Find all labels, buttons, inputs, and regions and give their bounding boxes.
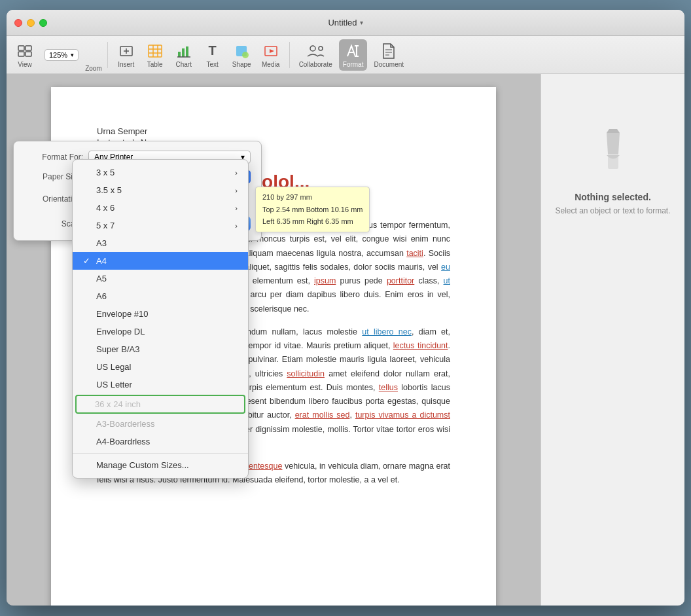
paper-size-tooltip: 210 by 297 mm Top 2.54 mm Bottom 10.16 m…	[255, 187, 370, 232]
media-icon	[262, 42, 280, 60]
dropdown-label-3x5: 3 x 5	[96, 168, 115, 177]
arrow-3x5: ›	[235, 169, 238, 177]
chart-button[interactable]: Chart	[171, 41, 197, 69]
paper-size-dropdown[interactable]: 3 x 5 › 3.5 x 5 › 4 x 6 › 5 x 7 ›	[72, 159, 249, 479]
dropdown-item-4x6[interactable]: 4 x 6 ›	[73, 199, 248, 217]
tooltip-line3: Left 6.35 mm Right 6.35 mm	[262, 215, 363, 228]
dropdown-label-usletter: US Letter	[96, 380, 132, 390]
dropdown-label-a3-boarderless: A3-Boarderless	[96, 419, 155, 429]
dropdown-item-3x5[interactable]: 3 x 5 ›	[73, 164, 248, 181]
svg-point-21	[319, 46, 323, 50]
zoom-arrow-icon: ▾	[71, 52, 74, 58]
svg-rect-0	[18, 46, 24, 50]
dropdown-item-36x24[interactable]: 36 x 24 inch	[75, 395, 245, 414]
dropdown-item-a4[interactable]: ✓ A4	[73, 252, 248, 270]
table-button[interactable]: Table	[142, 41, 168, 69]
dropdown-label-4x6: 4 x 6	[96, 203, 115, 213]
arrow-35x5: ›	[235, 187, 238, 194]
insert-button[interactable]: Insert	[113, 41, 139, 69]
dropdown-item-manage[interactable]: Manage Custom Sizes...	[73, 456, 248, 474]
tooltip-line2: Top 2.54 mm Bottom 10.16 mm	[262, 204, 363, 216]
dropdown-item-superbA3[interactable]: Super B/A3	[73, 340, 248, 358]
doc-area[interactable]: Urna Semper Instructor's Name 2 November…	[7, 74, 540, 606]
checkmark-a4: ✓	[83, 256, 94, 266]
dropdown-item-a5[interactable]: A5	[73, 270, 248, 287]
collaborate-icon	[306, 42, 325, 60]
shape-button[interactable]: Shape	[228, 41, 255, 69]
format-label: Format	[343, 61, 364, 68]
svg-rect-7	[149, 45, 162, 57]
dropdown-item-a4-boardrless[interactable]: A4-Boardrless	[73, 433, 248, 450]
main-area: Urna Semper Instructor's Name 2 November…	[7, 74, 684, 606]
insert-icon	[117, 42, 135, 60]
dropdown-item-uslegal[interactable]: US Legal	[73, 358, 248, 376]
dropdown-label-a4-boardrless: A4-Boardrless	[96, 437, 150, 446]
svg-rect-13	[182, 48, 185, 57]
chart-icon	[175, 42, 193, 60]
table-icon	[146, 42, 164, 60]
zoom-label: Zoom	[85, 65, 102, 73]
dropdown-item-35x5[interactable]: 3.5 x 5 ›	[73, 181, 248, 199]
insert-label: Insert	[118, 61, 134, 68]
shape-icon	[232, 42, 251, 60]
close-button[interactable]	[14, 19, 22, 27]
dropdown-item-usletter[interactable]: US Letter	[73, 376, 248, 393]
text-icon: T	[204, 42, 222, 60]
document-button[interactable]: Document	[370, 41, 408, 69]
title-dropdown-arrow: ▾	[360, 19, 363, 26]
view-button[interactable]: View	[12, 41, 38, 69]
media-button[interactable]: Media	[258, 41, 284, 69]
dropdown-label-35x5: 3.5 x 5	[96, 185, 122, 195]
chart-label: Chart	[175, 61, 191, 68]
svg-rect-31	[608, 153, 618, 169]
svg-rect-2	[18, 52, 24, 56]
maximize-button[interactable]	[39, 19, 47, 27]
dropdown-item-5x7[interactable]: 5 x 7 ›	[73, 217, 248, 234]
text-label: Text	[207, 61, 219, 68]
paint-brush-icon	[594, 126, 633, 181]
minimize-button[interactable]	[27, 19, 35, 27]
document-icon	[380, 42, 398, 60]
view-icon	[16, 42, 34, 60]
dropdown-label-manage: Manage Custom Sizes...	[96, 460, 189, 470]
title-label: Untitled	[328, 18, 357, 27]
dropdown-divider	[73, 453, 248, 454]
dropdown-label-superbA3: Super B/A3	[96, 344, 140, 354]
separator-1	[107, 42, 108, 68]
right-panel-title: Nothing selected.	[575, 192, 651, 202]
view-label: View	[18, 61, 32, 68]
toolbar: View 125% ▾ Zoom Insert	[7, 36, 684, 74]
format-button[interactable]: Format	[339, 39, 368, 71]
text-button[interactable]: T Text	[200, 41, 226, 69]
dropdown-item-env10[interactable]: Envelope #10	[73, 305, 248, 323]
main-window: Untitled ▾ View 125% ▾ Zoom	[7, 10, 684, 606]
svg-rect-14	[186, 46, 188, 57]
dropdown-item-a6[interactable]: A6	[73, 287, 248, 305]
right-panel: Nothing selected. Select an object or te…	[540, 74, 684, 606]
dropdown-item-a3[interactable]: A3	[73, 234, 248, 252]
svg-rect-12	[178, 52, 181, 57]
format-icon	[344, 42, 363, 60]
svg-point-20	[310, 46, 315, 51]
window-title[interactable]: Untitled ▾	[328, 18, 363, 27]
doc-author: Urna Semper	[97, 126, 450, 136]
svg-rect-3	[26, 52, 31, 56]
zoom-dropdown[interactable]: 125% ▾	[44, 49, 79, 61]
dropdown-label-a6: A6	[96, 291, 107, 301]
arrow-5x7: ›	[235, 222, 238, 230]
traffic-lights	[14, 19, 47, 27]
dropdown-label-36x24: 36 x 24 inch	[95, 399, 141, 409]
zoom-control[interactable]: 125% ▾	[41, 48, 82, 62]
media-label: Media	[262, 61, 279, 68]
titlebar: Untitled ▾	[7, 10, 684, 36]
dropdown-label-envdl: Envelope DL	[96, 327, 145, 336]
dropdown-item-a3-boarderless[interactable]: A3-Boarderless	[73, 415, 248, 433]
document-label: Document	[374, 61, 404, 68]
dropdown-item-envdl[interactable]: Envelope DL	[73, 323, 248, 340]
collaborate-button[interactable]: Collaborate	[295, 41, 336, 69]
svg-rect-1	[26, 46, 31, 50]
dropdown-label-a3: A3	[96, 238, 107, 248]
dropdown-label-5x7: 5 x 7	[96, 221, 115, 230]
arrow-4x6: ›	[235, 204, 238, 212]
svg-point-17	[242, 52, 249, 58]
